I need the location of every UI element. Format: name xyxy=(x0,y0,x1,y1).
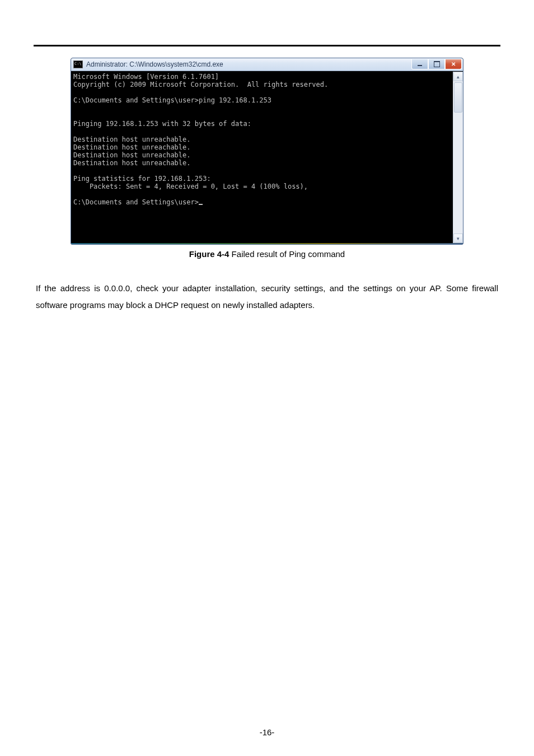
window-title: Administrator: C:\Windows\system32\cmd.e… xyxy=(86,60,411,68)
scroll-down-button[interactable] xyxy=(453,234,463,243)
cmd-icon: C:\ xyxy=(73,60,83,68)
maximize-button[interactable] xyxy=(428,59,445,69)
terminal-line: Pinging 192.168.1.253 with 32 bytes of d… xyxy=(73,120,251,128)
vertical-scrollbar[interactable] xyxy=(453,72,463,243)
body-paragraph: If the address is 0.0.0.0, check your ad… xyxy=(36,280,498,314)
terminal-line: Destination host unreachable. xyxy=(73,136,191,143)
terminal-line: Microsoft Windows [Version 6.1.7601] xyxy=(73,73,219,81)
terminal-prompt: C:\Documents and Settings\user> xyxy=(73,198,199,206)
window-titlebar[interactable]: C:\ Administrator: C:\Windows\system32\c… xyxy=(71,58,463,71)
terminal-area: Microsoft Windows [Version 6.1.7601] Cop… xyxy=(71,71,463,243)
cmd-window: C:\ Administrator: C:\Windows\system32\c… xyxy=(71,58,463,245)
terminal-line: Ping statistics for 192.168.1.253: xyxy=(73,175,211,183)
document-page: C:\ Administrator: C:\Windows\system32\c… xyxy=(0,0,534,756)
page-number: -16- xyxy=(0,727,534,737)
terminal-line: Packets: Sent = 4, Received = 0, Lost = … xyxy=(73,183,308,190)
header-rule xyxy=(34,45,500,46)
scroll-track[interactable] xyxy=(453,81,463,234)
terminal-line: Destination host unreachable. xyxy=(73,151,191,159)
window-bottom-border xyxy=(71,243,463,244)
minimize-button[interactable] xyxy=(411,59,428,69)
window-control-buttons xyxy=(411,59,462,69)
figure-label: Figure 4-4 xyxy=(189,249,229,259)
scroll-thumb[interactable] xyxy=(454,82,462,113)
terminal-line: Destination host unreachable. xyxy=(73,143,191,151)
figure-caption: Figure 4-4 Failed result of Ping command xyxy=(34,249,500,259)
terminal-line: Destination host unreachable. xyxy=(73,159,191,167)
terminal-line: C:\Documents and Settings\user>ping 192.… xyxy=(73,96,271,104)
close-button[interactable] xyxy=(445,59,462,69)
scroll-up-button[interactable] xyxy=(453,72,463,81)
terminal-line: Copyright (c) 2009 Microsoft Corporation… xyxy=(73,81,328,88)
figure-caption-text: Failed result of Ping command xyxy=(229,249,345,259)
terminal-output[interactable]: Microsoft Windows [Version 6.1.7601] Cop… xyxy=(71,72,453,243)
cursor-icon xyxy=(199,204,203,205)
